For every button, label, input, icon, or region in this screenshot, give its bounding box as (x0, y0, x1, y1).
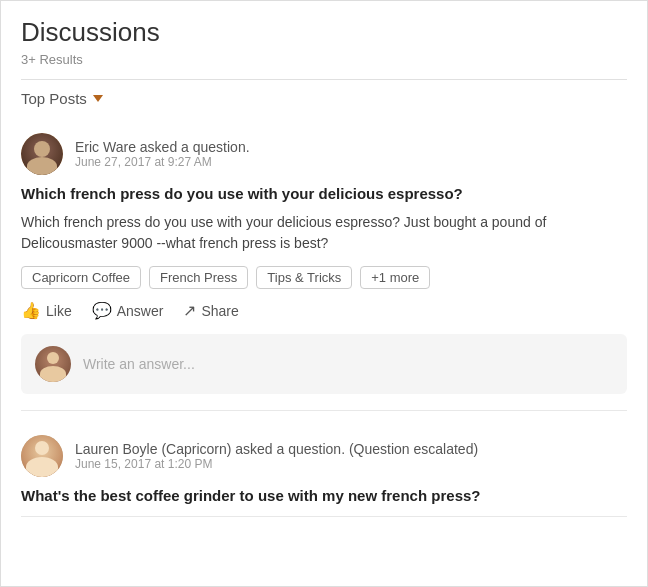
post-meta-2: Lauren Boyle (Capricorn) asked a questio… (75, 441, 478, 471)
post-card-2: Lauren Boyle (Capricorn) asked a questio… (21, 421, 627, 517)
avatar-image-eric (21, 133, 63, 175)
post-meta-1: Eric Ware asked a question. June 27, 201… (75, 139, 250, 169)
avatar-image-lauren (21, 435, 63, 477)
like-button[interactable]: 👍 Like (21, 301, 72, 320)
post-date-1: June 27, 2017 at 9:27 AM (75, 155, 250, 169)
post-date-2: June 15, 2017 at 1:20 PM (75, 457, 478, 471)
avatar-lauren (21, 435, 63, 477)
results-count: 3+ Results (21, 52, 627, 67)
tag-capricorn-coffee[interactable]: Capricorn Coffee (21, 266, 141, 289)
answer-icon: 💬 (92, 301, 112, 320)
post-header-1: Eric Ware asked a question. June 27, 201… (21, 133, 627, 175)
post-body-1: Which french press do you use with your … (21, 212, 627, 254)
like-icon: 👍 (21, 301, 41, 320)
avatar-eric (21, 133, 63, 175)
post-title-2: What's the best coffee grinder to use wi… (21, 485, 627, 506)
answer-placeholder: Write an answer... (83, 356, 195, 372)
share-label: Share (201, 303, 238, 319)
tags-row-1: Capricorn Coffee French Press Tips & Tri… (21, 266, 627, 289)
answer-label: Answer (117, 303, 164, 319)
actions-row-1: 👍 Like 💬 Answer ↗ Share (21, 301, 627, 320)
share-icon: ↗ (183, 301, 196, 320)
tag-more[interactable]: +1 more (360, 266, 430, 289)
like-label: Like (46, 303, 72, 319)
answer-button[interactable]: 💬 Answer (92, 301, 164, 320)
post-author-1: Eric Ware asked a question. (75, 139, 250, 155)
post-header-2: Lauren Boyle (Capricorn) asked a questio… (21, 435, 627, 477)
answer-box[interactable]: Write an answer... (21, 334, 627, 394)
post-title-1: Which french press do you use with your … (21, 183, 627, 204)
answer-avatar (35, 346, 71, 382)
section-header: Top Posts (21, 90, 627, 107)
divider-top (21, 79, 627, 80)
tag-french-press[interactable]: French Press (149, 266, 248, 289)
top-posts-label: Top Posts (21, 90, 87, 107)
page-container: Discussions 3+ Results Top Posts Eric Wa… (1, 1, 647, 543)
dropdown-arrow-icon[interactable] (93, 95, 103, 102)
page-title: Discussions (21, 17, 627, 48)
post-author-2: Lauren Boyle (Capricorn) asked a questio… (75, 441, 478, 457)
post-card-1: Eric Ware asked a question. June 27, 201… (21, 123, 627, 411)
share-button[interactable]: ↗ Share (183, 301, 238, 320)
tag-tips-tricks[interactable]: Tips & Tricks (256, 266, 352, 289)
